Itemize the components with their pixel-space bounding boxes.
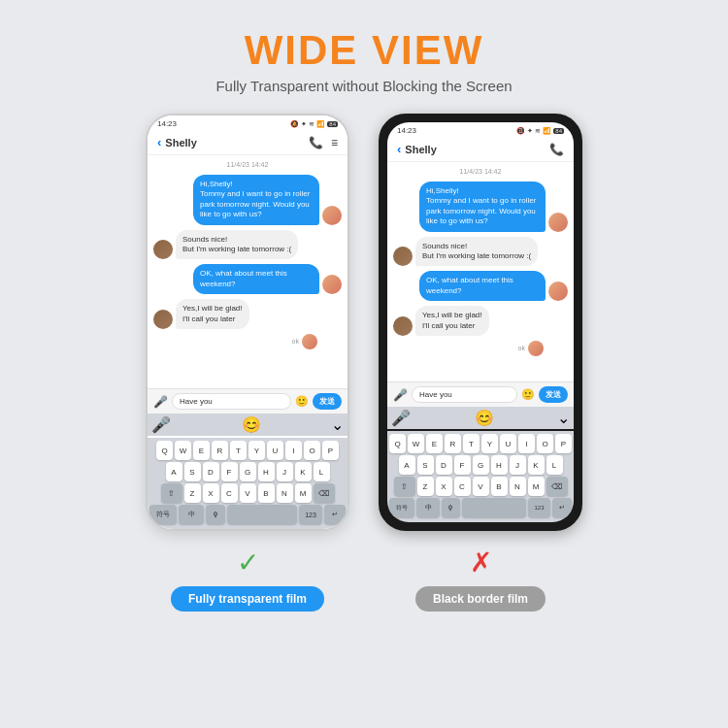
key-t[interactable]: T <box>230 441 247 460</box>
key-w[interactable]: W <box>175 441 191 460</box>
back-arrow-icon[interactable]: ‹ <box>157 135 161 149</box>
keyboard-right: Q W E R T Y U I O P A S D F G H <box>387 431 574 522</box>
chat-header-left: ‹ Shelly 📞 ≡ <box>148 130 347 155</box>
key-r-u[interactable]: U <box>500 434 516 453</box>
input-field-right[interactable]: Have you <box>412 386 517 403</box>
key-r-i[interactable]: I <box>518 434 535 453</box>
key-l[interactable]: L <box>314 462 330 481</box>
menu-icon-left[interactable]: ≡ <box>331 136 338 149</box>
kb-tool-emoji-r[interactable]: 😊 <box>475 409 494 427</box>
kb-row-r-2: A S D F G H J K L <box>389 455 572 475</box>
mic-icon-left[interactable]: 🎤 <box>153 395 168 409</box>
key-b[interactable]: B <box>258 483 275 503</box>
key-n[interactable]: N <box>277 483 293 503</box>
key-123[interactable]: 123 <box>299 505 322 524</box>
key-r-a[interactable]: A <box>399 455 415 475</box>
key-r-mic[interactable]: 🎙 <box>442 498 460 517</box>
key-r-p[interactable]: P <box>555 434 572 453</box>
key-r-y[interactable]: Y <box>481 434 498 453</box>
key-x[interactable]: X <box>203 483 219 503</box>
ok-label-right: ok <box>518 345 525 351</box>
key-v[interactable]: V <box>240 483 256 503</box>
kb-row-r-3: ⇧ Z X C V B N M ⌫ <box>389 477 572 496</box>
key-h[interactable]: H <box>258 462 275 481</box>
key-r-b[interactable]: B <box>491 477 508 496</box>
key-r-h[interactable]: H <box>491 455 508 475</box>
emoji-icon-right[interactable]: 🙂 <box>521 388 535 401</box>
mic-icon-right[interactable]: 🎤 <box>393 388 408 402</box>
key-r-f[interactable]: F <box>454 455 471 475</box>
key-r-delete[interactable]: ⌫ <box>546 477 568 496</box>
key-r-n[interactable]: N <box>510 477 526 496</box>
kb-tool-mic[interactable]: 🎤 <box>151 415 171 434</box>
key-r-q[interactable]: Q <box>389 434 406 453</box>
key-space[interactable] <box>227 505 297 524</box>
key-r-m[interactable]: M <box>528 477 545 496</box>
phone-icon-right[interactable]: 📞 <box>549 143 564 156</box>
key-r-shift[interactable]: ⇧ <box>394 477 415 496</box>
key-s[interactable]: S <box>184 462 201 481</box>
key-r-return[interactable]: ↵ <box>552 498 572 517</box>
send-button-right[interactable]: 发送 <box>539 386 568 403</box>
key-r-l[interactable]: L <box>546 455 563 475</box>
key-u[interactable]: U <box>267 441 283 460</box>
key-q[interactable]: Q <box>156 441 173 460</box>
key-k[interactable]: K <box>295 462 312 481</box>
key-r-j[interactable]: J <box>510 455 526 475</box>
key-r-k[interactable]: K <box>528 455 545 475</box>
key-z[interactable]: Z <box>184 483 201 503</box>
label-left: ✓ Fully transparent film <box>146 546 349 612</box>
kb-tool-chevron[interactable]: ⌄ <box>331 415 344 434</box>
key-r-w[interactable]: W <box>408 434 424 453</box>
key-r-c[interactable]: C <box>454 477 471 496</box>
key-r-o[interactable]: O <box>537 434 553 453</box>
key-r-chinese[interactable]: 中 <box>416 498 440 517</box>
key-r-v[interactable]: V <box>473 477 489 496</box>
key-r-e[interactable]: E <box>426 434 443 453</box>
key-j[interactable]: J <box>277 462 293 481</box>
emoji-icon-left[interactable]: 🙂 <box>295 395 309 408</box>
key-r-s[interactable]: S <box>417 455 434 475</box>
status-bar-left: 14:23 🔕 ✦ ≋ 📶 84 <box>148 116 347 130</box>
bubble-r-4: Yes,I will be glad!I'll call you later <box>415 306 489 336</box>
key-c[interactable]: C <box>221 483 238 503</box>
key-chinese[interactable]: 中 <box>179 505 204 524</box>
kb-row-r-bottom: 符号 中 🎙 123 ↵ <box>389 498 572 517</box>
bubble-r-3: OK, what about meet this weekend? <box>419 271 546 301</box>
key-r-123[interactable]: 123 <box>528 498 549 517</box>
key-r[interactable]: R <box>212 441 228 460</box>
send-button-left[interactable]: 发送 <box>313 393 342 410</box>
key-shift[interactable]: ⇧ <box>161 483 182 503</box>
black-border-badge: Black border film <box>415 586 546 612</box>
kb-tool-emoji[interactable]: 😊 <box>242 415 261 434</box>
back-arrow-right[interactable]: ‹ <box>397 142 401 156</box>
key-d[interactable]: D <box>203 462 219 481</box>
key-r-r[interactable]: R <box>445 434 461 453</box>
key-e[interactable]: E <box>193 441 210 460</box>
key-f[interactable]: F <box>221 462 238 481</box>
key-mic-bottom[interactable]: 🎙 <box>206 505 225 524</box>
key-delete[interactable]: ⌫ <box>314 483 335 503</box>
input-field-left[interactable]: Have you <box>172 393 291 410</box>
key-r-x[interactable]: X <box>436 477 452 496</box>
key-r-z[interactable]: Z <box>417 477 434 496</box>
kb-tool-chevron-r[interactable]: ⌄ <box>557 409 570 427</box>
key-a[interactable]: A <box>166 462 182 481</box>
key-y[interactable]: Y <box>248 441 265 460</box>
key-r-space[interactable] <box>462 498 527 517</box>
key-r-symbol[interactable]: 符号 <box>389 498 414 517</box>
key-g[interactable]: G <box>240 462 256 481</box>
key-i[interactable]: I <box>285 441 302 460</box>
key-r-g[interactable]: G <box>473 455 489 475</box>
kb-tool-mic-r[interactable]: 🎤 <box>391 409 411 427</box>
key-symbol[interactable]: 符号 <box>149 505 177 524</box>
key-return[interactable]: ↵ <box>324 505 346 524</box>
key-r-d[interactable]: D <box>436 455 452 475</box>
key-o[interactable]: O <box>304 441 320 460</box>
key-m[interactable]: M <box>295 483 312 503</box>
key-r-t[interactable]: T <box>463 434 480 453</box>
kb-toolbar-left: 🎤 😊 ⌄ <box>148 414 347 436</box>
status-time-right: 14:23 <box>397 126 416 135</box>
key-p[interactable]: P <box>322 441 339 460</box>
phone-icon-left[interactable]: 📞 <box>309 136 323 149</box>
